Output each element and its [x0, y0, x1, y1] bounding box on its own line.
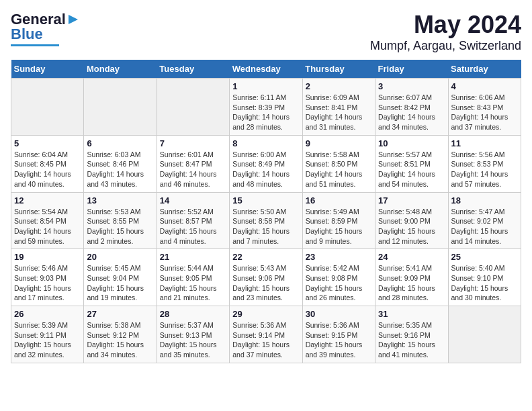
calendar-cell: 31Sunrise: 5:35 AM Sunset: 9:16 PM Dayli… — [375, 306, 448, 363]
calendar-week-row: 1Sunrise: 6:11 AM Sunset: 8:39 PM Daylig… — [11, 79, 521, 136]
calendar-cell: 13Sunrise: 5:53 AM Sunset: 8:55 PM Dayli… — [84, 192, 157, 249]
day-info: Sunrise: 5:58 AM Sunset: 8:50 PM Dayligh… — [306, 150, 372, 189]
weekday-header-thursday: Thursday — [302, 60, 375, 79]
day-info: Sunrise: 5:57 AM Sunset: 8:51 PM Dayligh… — [378, 150, 445, 189]
weekday-header-friday: Friday — [375, 60, 448, 79]
day-info: Sunrise: 6:07 AM Sunset: 8:42 PM Dayligh… — [378, 93, 445, 132]
calendar-cell: 7Sunrise: 6:01 AM Sunset: 8:47 PM Daylig… — [157, 135, 229, 192]
calendar-cell — [11, 79, 84, 136]
calendar-cell — [84, 79, 157, 136]
day-number: 26 — [14, 309, 81, 319]
day-info: Sunrise: 5:41 AM Sunset: 9:09 PM Dayligh… — [378, 263, 445, 303]
day-info: Sunrise: 5:52 AM Sunset: 8:57 PM Dayligh… — [160, 207, 226, 246]
day-number: 24 — [378, 252, 445, 262]
calendar-cell: 10Sunrise: 5:57 AM Sunset: 8:51 PM Dayli… — [375, 135, 448, 192]
day-info: Sunrise: 5:42 AM Sunset: 9:08 PM Dayligh… — [306, 263, 372, 303]
day-number: 22 — [232, 252, 299, 262]
day-number: 11 — [451, 138, 518, 148]
day-number: 29 — [232, 309, 299, 319]
calendar-cell: 14Sunrise: 5:52 AM Sunset: 8:57 PM Dayli… — [157, 192, 229, 249]
day-number: 30 — [306, 309, 372, 319]
day-info: Sunrise: 5:50 AM Sunset: 8:58 PM Dayligh… — [232, 207, 299, 246]
day-number: 12 — [14, 195, 81, 205]
calendar-cell: 24Sunrise: 5:41 AM Sunset: 9:09 PM Dayli… — [375, 249, 448, 306]
day-info: Sunrise: 5:44 AM Sunset: 9:05 PM Dayligh… — [160, 263, 226, 303]
day-number: 1 — [232, 81, 299, 91]
day-info: Sunrise: 5:35 AM Sunset: 9:16 PM Dayligh… — [378, 320, 445, 360]
calendar-cell: 29Sunrise: 5:36 AM Sunset: 9:14 PM Dayli… — [230, 306, 302, 363]
calendar-cell: 17Sunrise: 5:48 AM Sunset: 9:00 PM Dayli… — [375, 192, 448, 249]
calendar-cell: 19Sunrise: 5:46 AM Sunset: 9:03 PM Dayli… — [11, 249, 84, 306]
calendar-cell: 25Sunrise: 5:40 AM Sunset: 9:10 PM Dayli… — [448, 249, 521, 306]
calendar-cell: 3Sunrise: 6:07 AM Sunset: 8:42 PM Daylig… — [375, 79, 448, 136]
calendar-cell: 12Sunrise: 5:54 AM Sunset: 8:54 PM Dayli… — [11, 192, 84, 249]
day-number: 7 — [160, 138, 226, 148]
day-number: 4 — [451, 81, 518, 91]
day-info: Sunrise: 6:01 AM Sunset: 8:47 PM Dayligh… — [160, 150, 226, 189]
day-number: 18 — [451, 195, 518, 205]
day-number: 25 — [451, 252, 518, 262]
day-number: 28 — [160, 309, 226, 319]
day-number: 31 — [378, 309, 445, 319]
day-number: 17 — [378, 195, 445, 205]
calendar-cell: 26Sunrise: 5:39 AM Sunset: 9:11 PM Dayli… — [11, 306, 84, 363]
calendar-cell: 15Sunrise: 5:50 AM Sunset: 8:58 PM Dayli… — [230, 192, 302, 249]
day-number: 5 — [14, 138, 81, 148]
day-info: Sunrise: 5:53 AM Sunset: 8:55 PM Dayligh… — [87, 207, 153, 246]
weekday-header-sunday: Sunday — [11, 60, 84, 79]
calendar-cell: 28Sunrise: 5:37 AM Sunset: 9:13 PM Dayli… — [157, 306, 229, 363]
calendar-cell — [157, 79, 229, 136]
calendar-header-row: SundayMondayTuesdayWednesdayThursdayFrid… — [11, 60, 521, 79]
day-number: 27 — [87, 309, 153, 319]
day-number: 15 — [232, 195, 299, 205]
day-info: Sunrise: 5:36 AM Sunset: 9:15 PM Dayligh… — [306, 320, 372, 360]
calendar-cell: 16Sunrise: 5:49 AM Sunset: 8:59 PM Dayli… — [302, 192, 375, 249]
day-info: Sunrise: 5:40 AM Sunset: 9:10 PM Dayligh… — [451, 263, 518, 303]
calendar-cell: 9Sunrise: 5:58 AM Sunset: 8:50 PM Daylig… — [302, 135, 375, 192]
day-info: Sunrise: 6:09 AM Sunset: 8:41 PM Dayligh… — [306, 93, 372, 132]
day-info: Sunrise: 5:43 AM Sunset: 9:06 PM Dayligh… — [232, 263, 299, 303]
page-subtitle: Mumpf, Aargau, Switzerland — [370, 39, 521, 53]
calendar-week-row: 5Sunrise: 6:04 AM Sunset: 8:45 PM Daylig… — [11, 135, 521, 192]
day-info: Sunrise: 5:46 AM Sunset: 9:03 PM Dayligh… — [14, 263, 81, 303]
calendar-cell: 20Sunrise: 5:45 AM Sunset: 9:04 PM Dayli… — [84, 249, 157, 306]
calendar-cell: 21Sunrise: 5:44 AM Sunset: 9:05 PM Dayli… — [157, 249, 229, 306]
svg-marker-0 — [69, 15, 78, 24]
calendar-cell: 11Sunrise: 5:56 AM Sunset: 8:53 PM Dayli… — [448, 135, 521, 192]
day-number: 10 — [378, 138, 445, 148]
day-number: 19 — [14, 252, 81, 262]
day-number: 8 — [232, 138, 299, 148]
day-info: Sunrise: 5:47 AM Sunset: 9:02 PM Dayligh… — [451, 207, 518, 246]
calendar-cell: 6Sunrise: 6:03 AM Sunset: 8:46 PM Daylig… — [84, 135, 157, 192]
day-info: Sunrise: 5:54 AM Sunset: 8:54 PM Dayligh… — [14, 207, 81, 246]
day-info: Sunrise: 5:56 AM Sunset: 8:53 PM Dayligh… — [451, 150, 518, 189]
calendar-cell: 30Sunrise: 5:36 AM Sunset: 9:15 PM Dayli… — [302, 306, 375, 363]
weekday-header-wednesday: Wednesday — [230, 60, 302, 79]
calendar-cell: 5Sunrise: 6:04 AM Sunset: 8:45 PM Daylig… — [11, 135, 84, 192]
page-title: May 2024 — [370, 11, 521, 39]
page-header: General Blue May 2024 Mumpf, Aargau, Swi… — [11, 11, 521, 53]
calendar-week-row: 19Sunrise: 5:46 AM Sunset: 9:03 PM Dayli… — [11, 249, 521, 306]
title-block: May 2024 Mumpf, Aargau, Switzerland — [370, 11, 521, 53]
calendar-cell — [448, 306, 521, 363]
day-number: 14 — [160, 195, 226, 205]
day-info: Sunrise: 6:06 AM Sunset: 8:43 PM Dayligh… — [451, 93, 518, 132]
calendar-cell: 27Sunrise: 5:38 AM Sunset: 9:12 PM Dayli… — [84, 306, 157, 363]
day-info: Sunrise: 5:39 AM Sunset: 9:11 PM Dayligh… — [14, 320, 81, 360]
day-number: 2 — [306, 81, 372, 91]
logo-underline — [11, 44, 59, 46]
calendar-cell: 1Sunrise: 6:11 AM Sunset: 8:39 PM Daylig… — [230, 79, 302, 136]
day-info: Sunrise: 5:37 AM Sunset: 9:13 PM Dayligh… — [160, 320, 226, 360]
day-info: Sunrise: 6:11 AM Sunset: 8:39 PM Dayligh… — [232, 93, 299, 132]
calendar-cell: 22Sunrise: 5:43 AM Sunset: 9:06 PM Dayli… — [230, 249, 302, 306]
day-info: Sunrise: 5:36 AM Sunset: 9:14 PM Dayligh… — [232, 320, 299, 360]
day-info: Sunrise: 6:00 AM Sunset: 8:49 PM Dayligh… — [232, 150, 299, 189]
day-info: Sunrise: 6:03 AM Sunset: 8:46 PM Dayligh… — [87, 150, 153, 189]
calendar-cell: 2Sunrise: 6:09 AM Sunset: 8:41 PM Daylig… — [302, 79, 375, 136]
day-info: Sunrise: 5:48 AM Sunset: 9:00 PM Dayligh… — [378, 207, 445, 246]
calendar-table: SundayMondayTuesdayWednesdayThursdayFrid… — [11, 60, 521, 363]
day-info: Sunrise: 5:38 AM Sunset: 9:12 PM Dayligh… — [87, 320, 153, 360]
calendar-week-row: 26Sunrise: 5:39 AM Sunset: 9:11 PM Dayli… — [11, 306, 521, 363]
day-number: 23 — [306, 252, 372, 262]
logo: General Blue — [11, 11, 81, 46]
